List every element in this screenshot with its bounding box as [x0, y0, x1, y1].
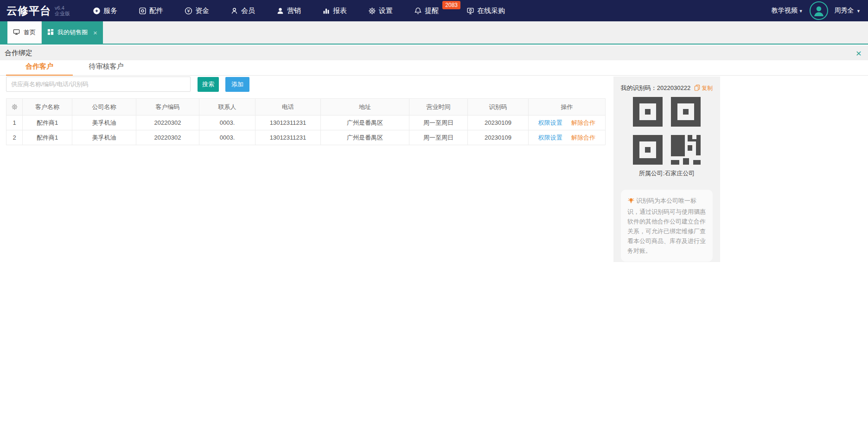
cell-company-name: 美孚机油	[72, 130, 136, 145]
tab-pending-customers[interactable]: 待审核客户	[73, 60, 140, 76]
bell-icon	[414, 7, 422, 15]
header-contact: 联系人	[199, 99, 255, 115]
app-version: v6.4 企业版	[55, 5, 70, 16]
identification-panel: 我的识别码：2022030222 复制 所属公司:石家庄公司 识别码为本公司唯一…	[613, 77, 720, 262]
copy-icon	[694, 84, 700, 92]
cell-phone: 13012311231	[255, 115, 321, 130]
cell-contact: 0003.	[199, 115, 255, 130]
cell-phone: 13012311231	[255, 130, 321, 145]
tab-my-sales-circle[interactable]: 我的销售圈 ×	[42, 21, 103, 44]
window-tab-bar: 首页 我的销售圈 ×	[0, 21, 868, 45]
tip-text: 识别码为本公司唯一标识，通过识别码可与使用驷惠软件的其他合作公司建立合作关系，可…	[627, 197, 706, 254]
nav-label: 报表	[333, 6, 347, 15]
permission-settings-link[interactable]: 权限设置	[538, 134, 562, 141]
service-icon	[93, 7, 101, 15]
header-actions: 操作	[529, 99, 606, 115]
add-button[interactable]: 添加	[225, 77, 249, 92]
teaching-video-link[interactable]: 教学视频▼	[772, 6, 803, 15]
user-menu[interactable]: 周秀全 ▼	[835, 6, 861, 15]
nav-label: 提醒	[425, 6, 439, 15]
partners-table: 客户名称 公司名称 客户编码 联系人 电话 地址 营业时间 识别码 操作 1 配…	[6, 98, 606, 145]
avatar[interactable]	[810, 1, 828, 20]
cell-company-name: 美孚机油	[72, 115, 136, 130]
nav-label: 资金	[195, 6, 209, 15]
top-navbar: 云修平台 v6.4 企业版 服务 配件 ¥ 资金 会员 营销 报表	[0, 0, 868, 21]
tab-home[interactable]: 首页	[7, 21, 42, 44]
cell-actions: 权限设置 解除合作	[529, 115, 606, 130]
unbind-link[interactable]: 解除合作	[571, 119, 595, 126]
nav-label: 营销	[287, 6, 301, 15]
tab-home-label: 首页	[24, 28, 36, 37]
chevron-down-icon: ▼	[855, 9, 861, 13]
svg-text:¥: ¥	[187, 8, 190, 13]
navbar-right: 教学视频▼ 周秀全 ▼	[772, 0, 861, 21]
nav-label: 设置	[379, 6, 393, 15]
parts-icon	[139, 7, 147, 15]
column-settings[interactable]	[6, 99, 23, 115]
chevron-down-icon: ▼	[799, 9, 803, 13]
main-menu: 服务 配件 ¥ 资金 会员 营销 报表 设置 提醒 2083	[82, 0, 516, 21]
nav-item-settings[interactable]: 设置	[357, 0, 403, 21]
close-icon[interactable]: ×	[93, 29, 97, 37]
tab-label: 我的销售圈	[57, 28, 88, 37]
nav-item-reports[interactable]: 报表	[312, 0, 357, 21]
teaching-video-label: 教学视频	[772, 6, 798, 14]
cell-contact: 0003.	[199, 130, 255, 145]
cell-customer-name: 配件商1	[23, 115, 72, 130]
tab-bar-accent	[0, 21, 7, 44]
identification-header: 我的识别码：2022030222 复制	[613, 84, 720, 92]
permission-settings-link[interactable]: 权限设置	[538, 119, 562, 126]
cell-id-code: 20230109	[468, 130, 529, 145]
partners-table-wrap: 客户名称 公司名称 客户编码 联系人 电话 地址 营业时间 识别码 操作 1 配…	[6, 98, 606, 145]
unbind-link[interactable]: 解除合作	[571, 134, 595, 141]
owning-company: 所属公司:石家庄公司	[613, 169, 720, 178]
tab-partner-customers[interactable]: 合作客户	[6, 60, 73, 76]
content-tabs: 合作客户 待审核客户	[0, 60, 868, 76]
cell-index: 1	[6, 115, 23, 130]
id-code-tip: 识别码为本公司唯一标识，通过识别码可与使用驷惠软件的其他合作公司建立合作关系，可…	[621, 190, 713, 262]
search-button[interactable]: 搜索	[198, 77, 219, 92]
page-header: 合作绑定 ×	[0, 45, 868, 60]
cell-id-code: 20230109	[468, 115, 529, 130]
header-address: 地址	[321, 99, 409, 115]
my-id-code: 我的识别码：2022030222	[621, 84, 690, 92]
nav-item-online-purchase[interactable]: 在线采购	[456, 0, 516, 21]
copy-label: 复制	[702, 84, 713, 92]
nav-label: 在线采购	[477, 6, 505, 15]
marketing-icon	[276, 7, 284, 15]
grid-icon	[47, 29, 54, 37]
nav-label: 会员	[241, 6, 255, 15]
copy-link[interactable]: 复制	[694, 84, 713, 92]
table-row: 2 配件商1 美孚机油 20220302 0003. 13012311231 广…	[6, 130, 606, 145]
nav-item-marketing[interactable]: 营销	[266, 0, 312, 21]
table-header-row: 客户名称 公司名称 客户编码 联系人 电话 地址 营业时间 识别码 操作	[6, 99, 606, 115]
cell-index: 2	[6, 130, 23, 145]
search-input[interactable]	[6, 77, 191, 92]
cell-actions: 权限设置 解除合作	[529, 130, 606, 145]
header-phone: 电话	[255, 99, 321, 115]
cell-business-hours: 周一至周日	[409, 115, 468, 130]
cell-customer-name: 配件商1	[23, 130, 72, 145]
nav-item-reminder[interactable]: 提醒 2083	[403, 0, 449, 21]
app-logo: 云修平台 v6.4 企业版	[6, 4, 70, 18]
page-title: 合作绑定	[5, 49, 32, 58]
lightbulb-icon	[627, 199, 635, 205]
nav-label: 配件	[149, 6, 163, 15]
members-icon	[230, 7, 238, 15]
qr-code	[633, 97, 701, 165]
cell-business-hours: 周一至周日	[409, 130, 468, 145]
nav-item-parts[interactable]: 配件	[128, 0, 174, 21]
header-customer-code: 客户编码	[136, 99, 199, 115]
app-logo-text: 云修平台	[6, 4, 51, 18]
header-id-code: 识别码	[468, 99, 529, 115]
nav-item-members[interactable]: 会员	[220, 0, 266, 21]
close-icon[interactable]: ×	[856, 48, 863, 58]
nav-item-service[interactable]: 服务	[82, 0, 128, 21]
cell-customer-code: 20220302	[136, 130, 199, 145]
cell-address: 广州是番禺区	[321, 130, 409, 145]
header-company-name: 公司名称	[72, 99, 136, 115]
nav-item-funds[interactable]: ¥ 资金	[174, 0, 220, 21]
table-row: 1 配件商1 美孚机油 20220302 0003. 13012311231 广…	[6, 115, 606, 130]
cell-address: 广州是番禺区	[321, 115, 409, 130]
funds-icon: ¥	[185, 7, 192, 15]
